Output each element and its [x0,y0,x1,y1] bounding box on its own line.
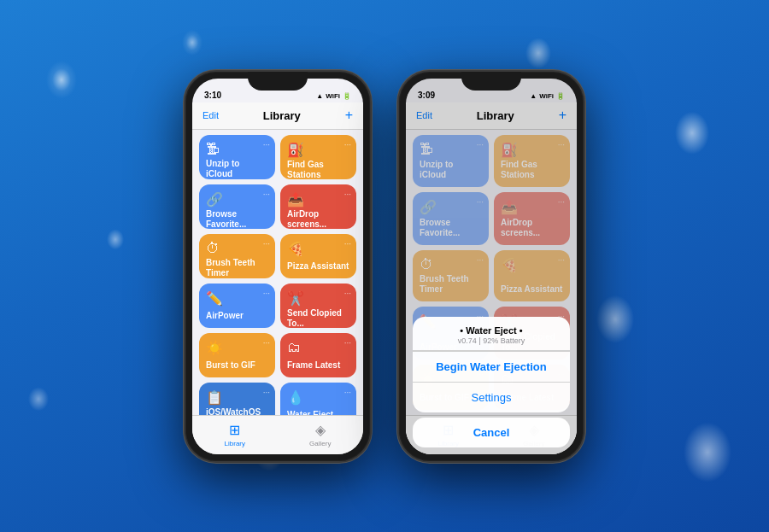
card-label: iOS/WatchOS +F... [206,407,268,415]
cancel-button[interactable]: Cancel [413,418,570,447]
card-label: Send Clopied To... [287,308,349,329]
card-more-icon[interactable]: ··· [344,289,351,298]
card-label: Find Gas Stations [287,160,349,180]
action-sheet-main: • Water Eject • v0.74 | 92% Battery Begi… [413,317,570,412]
action-sheet-title: • Water Eject • [423,325,560,336]
card-more-icon[interactable]: ··· [263,190,270,199]
action-sheet-header: • Water Eject • v0.74 | 92% Battery [413,317,570,351]
library-icon: ⊞ [229,422,240,438]
phone2-shell: 3:09 ▲ WiFi 🔋 Edit Library + ··· 🗜 Unzip… [397,70,585,463]
card-label: Frame Latest [287,360,349,371]
gallery-icon: ◈ [315,422,326,438]
tab-gallery[interactable]: ◈ Gallery [309,422,331,447]
action-sheet-subtitle: v0.74 | 92% Battery [423,336,560,345]
card-more-icon[interactable]: ··· [344,388,351,397]
card-label: AirDrop screens... [287,209,349,230]
phone2: 3:09 ▲ WiFi 🔋 Edit Library + ··· 🗜 Unzip… [397,70,585,463]
phone1-time: 3:10 [204,91,221,100]
phone1-status-icons: ▲ WiFi 🔋 [316,92,351,100]
phone2-screen: 3:09 ▲ WiFi 🔋 Edit Library + ··· 🗜 Unzip… [406,79,577,454]
card-label: Unzip to iCloud [206,159,268,179]
card-gas[interactable]: ··· ⛽ Find Gas Stations [280,135,356,179]
card-label: Browse Favorite... [206,209,268,230]
tab-library-label: Library [225,440,245,447]
phone1-add-button[interactable]: + [345,108,353,123]
action-sheet-overlay: • Water Eject • v0.74 | 92% Battery Begi… [406,79,577,454]
card-more-icon[interactable]: ··· [344,338,351,348]
card-label: Water Eject [287,410,349,415]
card-airpower[interactable]: ··· ✏️ AirPower [199,284,275,328]
tab-gallery-label: Gallery [309,440,331,447]
card-frame[interactable]: ··· 🗂 Frame Latest [280,333,356,377]
card-more-icon[interactable]: ··· [263,239,270,248]
phone2-notch [461,72,521,91]
card-more-icon[interactable]: ··· [263,338,270,348]
action-sheet: • Water Eject • v0.74 | 92% Battery Begi… [406,317,577,454]
card-water[interactable]: ··· 💧 Water Eject [280,383,356,415]
phone1-screen: 3:10 ▲ WiFi 🔋 Edit Library + ··· 🗜 Unzip… [192,79,363,454]
action-sheet-cancel-section: Cancel [413,418,570,447]
card-burst[interactable]: ··· ☀️ Burst to GIF [199,333,275,377]
card-more-icon[interactable]: ··· [263,289,270,298]
card-more-icon[interactable]: ··· [263,140,270,149]
phone1-edit-button[interactable]: Edit [203,110,219,120]
card-airdrop[interactable]: ··· 📤 AirDrop screens... [280,184,356,229]
phone1-nav-bar: Edit Library + [192,102,363,130]
phone1-shell: 3:10 ▲ WiFi 🔋 Edit Library + ··· 🗜 Unzip… [184,70,372,463]
begin-water-ejection-button[interactable]: Begin Water Ejection [413,351,570,382]
phone1-shortcuts-grid: ··· 🗜 Unzip to iCloud ··· ⛽ Find Gas Sta… [192,130,363,415]
card-more-icon[interactable]: ··· [344,140,351,149]
card-label: Pizza Assistant [287,261,349,272]
card-more-icon[interactable]: ··· [344,239,351,248]
card-browse[interactable]: ··· 🔗 Browse Favorite... [199,184,275,229]
card-label: Brush Teeth Timer [206,258,268,278]
card-ios[interactable]: ··· 📋 iOS/WatchOS +F... [199,383,275,415]
settings-button[interactable]: Settings [413,382,570,412]
phone1-tab-bar: ⊞ Library ◈ Gallery [192,415,363,454]
card-brush[interactable]: ··· ⏱ Brush Teeth Timer [199,234,275,278]
card-pizza[interactable]: ··· 🍕 Pizza Assistant [280,234,356,278]
phone1: 3:10 ▲ WiFi 🔋 Edit Library + ··· 🗜 Unzip… [184,70,372,463]
card-more-icon[interactable]: ··· [263,388,270,397]
tab-library[interactable]: ⊞ Library [225,422,245,447]
phone1-title: Library [263,109,301,122]
card-label: Burst to GIF [206,360,268,371]
card-more-icon[interactable]: ··· [344,190,351,199]
phone1-notch [248,72,308,91]
card-label: AirPower [206,311,268,321]
card-send[interactable]: ··· ✂️ Send Clopied To... [280,284,356,328]
card-unzip[interactable]: ··· 🗜 Unzip to iCloud [199,135,275,179]
